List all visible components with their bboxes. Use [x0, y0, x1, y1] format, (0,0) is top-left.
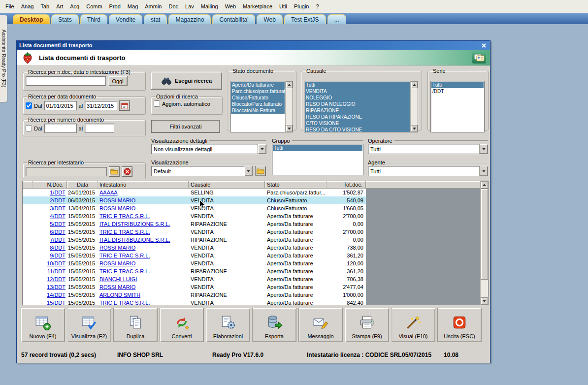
row-selector[interactable]	[23, 275, 33, 283]
row-selector[interactable]	[23, 228, 33, 236]
doc-number-link[interactable]: 5/DDT	[50, 221, 65, 227]
column-header[interactable]: Data	[67, 181, 98, 189]
visual-button[interactable]: Visual (F10)	[391, 308, 435, 342]
menu-item[interactable]: Tab	[37, 2, 53, 11]
table-row[interactable]: 5/DDT 15/05/2015 ITAL DISTRIBUZIONE S.R.…	[23, 220, 366, 228]
row-selector[interactable]	[23, 236, 33, 244]
listbox-option[interactable]: RESO DA RIPARAZIONE	[305, 114, 410, 120]
selector-column-header[interactable]	[23, 181, 33, 189]
menu-item[interactable]: Acq	[66, 2, 83, 11]
doc-number-link[interactable]: 8/DDT	[50, 245, 65, 251]
table-row[interactable]: 2/DDT 06/03/2015 ROSSI MARIO VENDITA Chi…	[23, 196, 366, 204]
row-selector[interactable]	[23, 244, 33, 252]
listbox-option[interactable]: Parz.chiuso/parz.fatturato	[231, 88, 285, 95]
advanced-filters-button[interactable]: Filtri avanzati	[151, 120, 220, 133]
doc-number-link[interactable]: 2/DDT	[50, 197, 65, 203]
row-selector[interactable]	[23, 212, 33, 220]
execute-search-button[interactable]: Esegui ricerca	[151, 72, 222, 90]
row-selector[interactable]	[23, 267, 33, 275]
operatore-combobox[interactable]: Tutti	[368, 144, 488, 154]
view-button[interactable]: Visualizza (F2)	[67, 308, 111, 342]
intestatario-clear-button[interactable]	[122, 166, 132, 177]
print-button[interactable]: Stampa (F9)	[345, 308, 389, 342]
detail-view-combobox[interactable]: Non visualizzare dettagli	[151, 144, 266, 154]
listbox-option[interactable]: Chiuso/Fatturato	[231, 95, 285, 101]
intestatario-link[interactable]: TRIC E TRAC S.R.L.	[99, 229, 150, 235]
menu-item[interactable]: Prod	[106, 2, 124, 11]
table-scrollbar[interactable]	[480, 181, 488, 305]
doc-number-link[interactable]: 11/DDT	[47, 268, 65, 274]
scroll-up-icon[interactable]	[286, 81, 293, 88]
number-to-input[interactable]	[85, 124, 114, 133]
auto-refresh-checkbox[interactable]	[154, 100, 160, 107]
workspace-tab[interactable]: Web	[257, 14, 282, 24]
listbox-option[interactable]: RIPARAZIONE	[305, 107, 410, 114]
menu-item[interactable]: Plugin	[291, 2, 313, 11]
row-selector[interactable]	[23, 252, 33, 259]
status-scrollbar[interactable]	[285, 81, 293, 132]
export-button[interactable]: Esporta	[252, 308, 296, 342]
table-row[interactable]: 8/DDT 15/05/2015 ROSSI MARIO VENDITA Ape…	[23, 244, 366, 252]
doc-number-link[interactable]: 9/DDT	[50, 253, 65, 258]
table-row[interactable]: 1/DDT 24/01/2015 AAAAA SELLING Parz.chiu…	[23, 189, 366, 196]
scroll-up-icon[interactable]	[411, 81, 418, 88]
convert-button[interactable]: Converti	[160, 308, 204, 342]
table-row[interactable]: 12/DDT 15/05/2015 BIANCHI LUIGI VENDITA …	[23, 275, 366, 283]
workspace-tab[interactable]: Contabilita'	[212, 14, 255, 24]
listbox-option[interactable]: RESO DA NOLEGGIO	[305, 101, 410, 107]
row-selector[interactable]	[23, 299, 33, 305]
menu-item[interactable]: Comm	[83, 2, 105, 11]
table-row[interactable]: 4/DDT 15/05/2015 TRIC E TRAC S.R.L. VEND…	[23, 212, 366, 220]
search-input[interactable]	[26, 76, 106, 86]
doc-number-link[interactable]: 4/DDT	[50, 213, 65, 219]
intestatario-link[interactable]: ROSSI MARIO	[99, 260, 135, 266]
view-browse-button[interactable]	[255, 166, 266, 176]
scroll-down-icon[interactable]	[481, 297, 488, 305]
doc-number-link[interactable]: 6/DDT	[50, 229, 65, 235]
listbox-option[interactable]: C/TO VISIONE	[305, 120, 410, 127]
today-button[interactable]: Oggi	[108, 76, 128, 86]
row-selector[interactable]	[23, 204, 33, 212]
window-titlebar[interactable]: Lista documenti di trasporto	[17, 41, 490, 50]
doc-number-link[interactable]: 3/DDT	[50, 205, 65, 211]
intestatario-link[interactable]: TRIC E TRAC S.R.L.	[99, 300, 150, 305]
row-selector[interactable]	[23, 259, 33, 267]
table-row[interactable]: 14/DDT 15/05/2015 ARLOND SMITH RIPARAZIO…	[23, 291, 366, 299]
contacts-icon[interactable]	[472, 52, 486, 64]
causale-listbox[interactable]: TuttiVENDITANOLEGGIORESO DA NOLEGGIORIPA…	[304, 81, 418, 132]
listbox-option[interactable]: Tutti	[305, 82, 410, 88]
intestatario-link[interactable]: TRIC E TRAC S.R.L.	[99, 268, 150, 274]
table-row[interactable]: 10/DDT 15/05/2015 ROSSI MARIO VENDITA Ap…	[23, 259, 366, 267]
table-row[interactable]: 6/DDT 15/05/2015 TRIC E TRAC S.R.L. VEND…	[23, 228, 366, 236]
number-from-checkbox[interactable]	[26, 125, 32, 131]
gruppo-listbox[interactable]: Tutti	[272, 144, 363, 175]
workspace-tab[interactable]: Test ExtJS	[284, 14, 326, 24]
listbox-option[interactable]: Bloccato/No Fattura	[231, 107, 285, 114]
new-button[interactable]: Nuovo (F4)	[21, 308, 65, 342]
intestatario-link[interactable]: ITAL DISTRIBUZIONE S.R.L.	[99, 221, 170, 227]
date-to-input[interactable]	[85, 101, 117, 110]
doc-number-link[interactable]: 1/DDT	[50, 190, 65, 195]
row-selector[interactable]	[23, 283, 33, 291]
column-header[interactable]: Tot.doc.	[327, 181, 366, 189]
menu-item[interactable]: Marketplace	[239, 2, 276, 11]
intestatario-link[interactable]: ROSSI MARIO	[99, 284, 135, 290]
listbox-option[interactable]: Aperto/Da fatturare	[231, 82, 285, 88]
intestatario-link[interactable]: TRIC E TRAC S.R.L.	[99, 253, 150, 258]
menu-item[interactable]: File	[2, 2, 18, 11]
table-row[interactable]: 7/DDT 15/05/2015 ITAL DISTRIBUZIONE S.R.…	[23, 236, 366, 244]
scroll-down-icon[interactable]	[286, 125, 293, 132]
date-from-checkbox[interactable]	[26, 102, 32, 109]
close-button[interactable]	[480, 42, 488, 49]
intestatario-link[interactable]: ROSSI MARIO	[99, 245, 135, 251]
chevron-down-icon[interactable]	[479, 144, 488, 154]
doc-number-link[interactable]: 14/DDT	[47, 292, 65, 298]
workspace-tab[interactable]: Vendite	[109, 14, 142, 24]
menu-item[interactable]: Anag	[18, 2, 37, 11]
column-header[interactable]: Stato	[265, 181, 327, 189]
doc-number-link[interactable]: 12/DDT	[47, 276, 65, 282]
column-header[interactable]: Causale	[189, 181, 265, 189]
menu-item[interactable]: Mailing	[197, 2, 222, 11]
doc-number-link[interactable]: 10/DDT	[47, 260, 65, 266]
row-selector[interactable]	[23, 220, 33, 228]
